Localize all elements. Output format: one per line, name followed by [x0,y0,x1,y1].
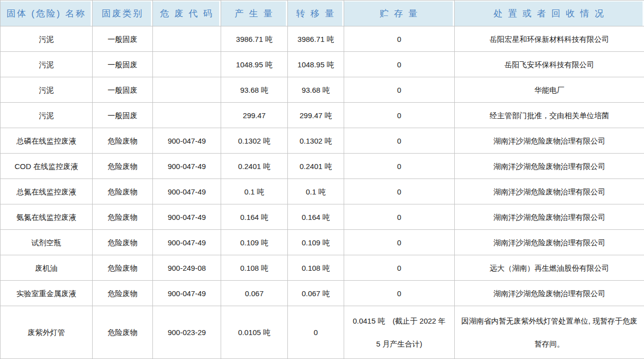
cell-category: 危险废物 [93,230,153,255]
cell-code [153,77,221,103]
cell-produced: 0.067 [221,281,288,306]
table-row: 总氮在线监控废液危险废物900-047-490.1 吨0.1 吨0湖南洋沙湖危险… [0,179,644,204]
cell-category: 危险废物 [93,306,153,359]
cell-code: 900-023-29 [153,306,221,359]
cell-code: 900-047-49 [153,230,221,255]
column-header-produced: 产 生 量 [221,0,288,26]
cell-category: 一般固废 [93,52,153,77]
table-row: 污泥一般固废299.47299.47 吨0经主管部门批准，交由相关单位培菌 [0,103,644,128]
cell-stored: 0 [344,128,455,154]
column-header-name: 固体 (危险) 名称 [0,0,93,26]
cell-transferred: 0.109 吨 [288,230,344,255]
table-body: 污泥一般固废3986.71 吨3986.71 吨0岳阳宏星和环保新材料科技有限公… [0,26,644,359]
cell-disposal: 因湖南省内暂无废紫外线灯管处置单位, 现暂存于危废 暂存间。 [455,306,644,359]
table-row: 污泥一般固废1048.95 吨1048.95 吨0岳阳飞安环保科技有限公司 [0,52,644,77]
cell-transferred: 0 [288,306,344,359]
table-row: 废紫外灯管危险废物900-023-290.0105 吨00.0415 吨 (截止… [0,306,644,359]
cell-transferred: 93.68 吨 [288,77,344,103]
cell-stored: 0 [344,281,455,306]
cell-transferred: 0.2401 吨 [288,154,344,179]
cell-disposal: 远大（湖南）再生燃油股份有限公司 [455,255,644,281]
cell-stored: 0 [344,103,455,128]
cell-category: 一般固废 [93,103,153,128]
table-row: 污泥一般固废93.68 吨93.68 吨0华能电厂 [0,77,644,103]
cell-stored: 0 [344,179,455,204]
cell-disposal: 湖南洋沙湖危险废物治理有限公司 [455,230,644,255]
cell-name: 污泥 [0,52,93,77]
cell-produced: 93.68 吨 [221,77,288,103]
column-header-transferred: 转 移 量 [288,0,344,26]
cell-stored: 0 [344,77,455,103]
cell-disposal: 岳阳宏星和环保新材料科技有限公司 [455,26,644,52]
cell-name: 污泥 [0,26,93,52]
cell-produced: 299.47 [221,103,288,128]
table-row: COD 在线监控废液危险废物900-047-490.2401 吨0.2401 吨… [0,154,644,179]
cell-category: 危险废物 [93,281,153,306]
cell-disposal: 湖南洋沙湖危险废物治理有限公司 [455,128,644,154]
table-row: 氨氮在线监控废液危险废物900-047-490.164 吨0.164 吨0湖南洋… [0,204,644,230]
cell-code: 900-249-08 [153,255,221,281]
cell-produced: 0.108 吨 [221,255,288,281]
cell-code: 900-047-49 [153,281,221,306]
cell-name: COD 在线监控废液 [0,154,93,179]
cell-stored: 0 [344,230,455,255]
cell-transferred: 1048.95 吨 [288,52,344,77]
cell-stored: 0 [344,26,455,52]
cell-produced: 1048.95 吨 [221,52,288,77]
cell-stored: 0 [344,52,455,77]
cell-disposal: 经主管部门批准，交由相关单位培菌 [455,103,644,128]
cell-transferred: 0.164 吨 [288,204,344,230]
cell-stored: 0.0415 吨 (截止于 2022 年 5 月产生合计) [344,306,455,359]
cell-category: 一般固废 [93,26,153,52]
cell-produced: 0.1302 吨 [221,128,288,154]
cell-code [153,52,221,77]
cell-name: 废机油 [0,255,93,281]
column-header-category: 固废类别 [93,0,153,26]
cell-category: 危险废物 [93,128,153,154]
cell-name: 试剂空瓶 [0,230,93,255]
table-row: 试剂空瓶危险废物900-047-490.109 吨0.109 吨0湖南洋沙湖危险… [0,230,644,255]
table-row: 废机油危险废物900-249-080.108 吨0.108 吨0远大（湖南）再生… [0,255,644,281]
cell-name: 总磷在线监控废液 [0,128,93,154]
cell-disposal: 湖南洋沙湖危险废物治理有限公司 [455,281,644,306]
cell-produced: 0.164 吨 [221,204,288,230]
cell-category: 危险废物 [93,154,153,179]
cell-disposal: 湖南洋沙湖危险废物治理有限公司 [455,179,644,204]
column-header-code: 危 废 代 码 [153,0,221,26]
cell-transferred: 0.108 吨 [288,255,344,281]
table-row: 污泥一般固废3986.71 吨3986.71 吨0岳阳宏星和环保新材料科技有限公… [0,26,644,52]
cell-category: 危险废物 [93,255,153,281]
cell-produced: 3986.71 吨 [221,26,288,52]
cell-disposal: 华能电厂 [455,77,644,103]
cell-transferred: 3986.71 吨 [288,26,344,52]
cell-code [153,103,221,128]
cell-transferred: 299.47 吨 [288,103,344,128]
waste-disclosure-page: 固体 (危险) 名称 固废类别 危 废 代 码 产 生 量 转 移 量 贮 存 … [0,0,644,359]
table-row: 实验室重金属废液危险废物900-047-490.0670.067 吨0湖南洋沙湖… [0,281,644,306]
column-header-stored: 贮 存 量 [344,0,455,26]
cell-stored: 0 [344,154,455,179]
waste-ledger-table: 固体 (危险) 名称 固废类别 危 废 代 码 产 生 量 转 移 量 贮 存 … [0,0,644,359]
cell-disposal: 湖南洋沙湖危险废物治理有限公司 [455,154,644,179]
cell-name: 氨氮在线监控废液 [0,204,93,230]
cell-transferred: 0.067 吨 [288,281,344,306]
cell-category: 一般固废 [93,77,153,103]
cell-code [153,26,221,52]
cell-code: 900-047-49 [153,204,221,230]
cell-code: 900-047-49 [153,179,221,204]
cell-disposal: 岳阳飞安环保科技有限公司 [455,52,644,77]
table-row: 总磷在线监控废液危险废物900-047-490.1302 吨0.1302 吨0湖… [0,128,644,154]
cell-name: 污泥 [0,103,93,128]
cell-category: 危险废物 [93,204,153,230]
cell-produced: 0.109 吨 [221,230,288,255]
cell-produced: 0.0105 吨 [221,306,288,359]
cell-stored: 0 [344,204,455,230]
cell-code: 900-047-49 [153,128,221,154]
cell-transferred: 0.1 吨 [288,179,344,204]
column-header-disposal: 处 置 或 者 回 收 情 况 [455,0,644,26]
cell-transferred: 0.1302 吨 [288,128,344,154]
cell-category: 危险废物 [93,179,153,204]
cell-name: 总氮在线监控废液 [0,179,93,204]
cell-code: 900-047-49 [153,154,221,179]
cell-name: 污泥 [0,77,93,103]
